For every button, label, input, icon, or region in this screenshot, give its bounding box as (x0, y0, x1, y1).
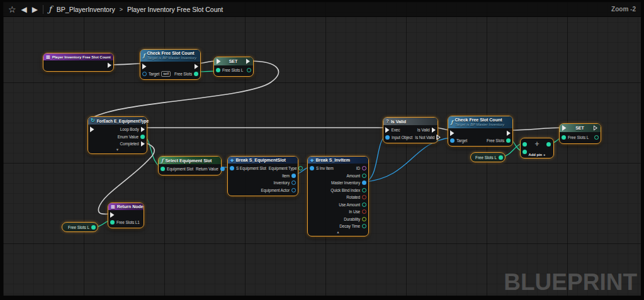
in-use-pin[interactable] (362, 209, 366, 214)
exec-in-pin[interactable] (385, 127, 390, 133)
loop-body-exec-pin[interactable] (141, 126, 145, 132)
add-input-a-pin[interactable] (523, 142, 527, 147)
var-in-pin[interactable] (562, 135, 566, 140)
nav-forward-icon[interactable]: ▶ (32, 6, 38, 13)
breadcrumb-separator-icon: > (120, 6, 123, 13)
break-struct-icon: ◈ (230, 158, 234, 162)
function-icon: ƒ (48, 4, 52, 14)
node-subtitle: Target is BP Master Inventory (147, 56, 196, 60)
free-slots-pin[interactable] (506, 138, 511, 143)
pin-row: Master Inventory (308, 179, 368, 187)
breadcrumb-graph[interactable]: Player Inventory Free Slot Count (127, 6, 223, 13)
durability-pin[interactable] (362, 217, 366, 221)
target-pin[interactable] (142, 72, 147, 76)
var-in-pin[interactable] (216, 68, 220, 72)
var-out-pin[interactable] (499, 155, 503, 160)
pin-row: Inventory (228, 179, 298, 187)
item-pin[interactable] (291, 174, 296, 178)
node-add[interactable]: + Add pin + (520, 138, 554, 158)
target-pin[interactable] (450, 138, 455, 143)
exec-out-pin[interactable] (507, 130, 511, 136)
collapse-arrow-icon[interactable]: ▼ (88, 148, 147, 152)
equipment-slot-pin[interactable] (161, 167, 165, 171)
node-foreach-equipment-type[interactable]: ↻ ForEach E_EquipmentType Loop Body Enum… (88, 116, 147, 154)
exec-in-pin[interactable] (562, 125, 567, 131)
equipment-actor-pin[interactable] (291, 188, 296, 192)
exec-out-pin[interactable] (246, 58, 251, 64)
quick-bind-index-pin[interactable] (362, 188, 366, 192)
node-subtitle: Target is BP Master Inventory (455, 123, 504, 127)
function-icon: ƒ (161, 158, 163, 163)
is-not-valid-exec-pin[interactable] (436, 135, 441, 140)
pin-row: Free Slots L (560, 134, 601, 142)
getter-free-slots-bottom[interactable]: Free Slots L (62, 222, 98, 232)
input-object-pin[interactable] (385, 135, 390, 140)
node-break-equipment-slot[interactable]: ◈ Break S_EquipmentSlot S Equipment Slot… (227, 156, 298, 196)
node-is-valid[interactable]: ? Is Valid Exec Is Valid Input Object Is… (383, 117, 438, 143)
entry-node-icon: ▤ (46, 55, 50, 59)
node-check-free-slot-count-2[interactable]: ƒ Check Free Slot Count Target is BP Mas… (448, 116, 513, 147)
var-out-pin[interactable] (91, 225, 96, 230)
node-check-free-slot-count-1[interactable]: ƒ Check Free Slot Count Target is BP Mas… (140, 49, 201, 80)
exec-in-pin[interactable] (217, 58, 221, 64)
pin-row: S Inv Item ID (308, 165, 368, 172)
add-input-b-pin[interactable] (523, 150, 527, 154)
is-valid-exec-pin[interactable] (432, 127, 436, 133)
favorite-star-icon[interactable]: ☆ (8, 5, 16, 14)
collapse-arrow-icon[interactable]: ▲ (308, 230, 368, 234)
var-out-pin[interactable] (594, 135, 599, 140)
return-node-icon: ▤ (111, 204, 115, 209)
exec-in-pin[interactable] (110, 212, 115, 218)
node-return[interactable]: ▤ Return Node Free Slots L1 (108, 203, 144, 228)
pin-row (448, 130, 512, 137)
pin-row (43, 62, 113, 69)
pin-row: Quick Bind Index (308, 187, 368, 194)
exec-out-pin[interactable] (195, 64, 199, 69)
self-default-value[interactable]: self (161, 71, 171, 77)
amount-pin[interactable] (362, 174, 366, 178)
struct-in-pin[interactable] (310, 166, 314, 170)
zoom-level-indicator: Zoom -2 (611, 6, 636, 13)
enum-value-pin[interactable] (140, 135, 145, 139)
breadcrumb-blueprint[interactable]: BP_PlayerInventory (57, 6, 115, 13)
pin-row: Free Slots L (214, 67, 253, 74)
toolbar-divider (43, 5, 43, 14)
breadcrumb: BP_PlayerInventory > Player Inventory Fr… (57, 6, 223, 13)
free-slots-l1-pin[interactable] (110, 220, 115, 225)
var-out-pin[interactable] (247, 68, 251, 72)
return-value-pin[interactable] (220, 167, 225, 171)
nav-back-icon[interactable]: ◀ (21, 6, 27, 13)
completed-exec-pin[interactable] (141, 141, 145, 147)
struct-in-pin[interactable] (230, 166, 234, 170)
pin-row: Item (228, 172, 298, 180)
add-output-pin[interactable] (546, 142, 551, 147)
exec-in-pin[interactable] (450, 130, 455, 136)
pin-row: S Equipment Slot Equipment Type (228, 165, 298, 172)
exec-out-pin[interactable] (108, 62, 112, 68)
node-title: Check Free Slot Count (147, 51, 196, 56)
exec-out-pin[interactable] (594, 125, 598, 131)
pin-row: Enum Value (88, 133, 147, 141)
node-set-free-slots-2[interactable]: SET Free Slots L (559, 123, 601, 144)
node-function-entry[interactable]: ▤ Player Inventory Free Slot Count (43, 53, 114, 72)
node-title: Break S_InvItem (315, 158, 349, 162)
inventory-pin[interactable] (291, 181, 296, 185)
master-inventory-pin[interactable] (362, 181, 366, 185)
rotated-pin[interactable] (362, 195, 366, 199)
use-amount-pin[interactable] (362, 203, 366, 207)
pin-row: Loop Body (88, 126, 147, 133)
decay-time-pin[interactable] (362, 224, 366, 228)
foreach-loop-icon: ↻ (91, 118, 95, 123)
add-pin-button[interactable]: Add pin + (529, 153, 546, 157)
exec-in-pin[interactable] (90, 126, 94, 132)
node-title: Check Free Slot Count (455, 118, 504, 123)
equipment-type-pin[interactable] (298, 166, 303, 170)
node-break-inv-item[interactable]: ◈ Break S_InvItem S Inv Item ID Amount M… (307, 156, 369, 236)
node-select-equipment-slot[interactable]: ƒ Select Equipment Slot Equipment Slot R… (158, 156, 222, 175)
free-slots-pin[interactable] (194, 72, 198, 76)
exec-in-pin[interactable] (142, 64, 147, 69)
node-set-free-slots-1[interactable]: SET Free Slots L (213, 57, 254, 77)
pin-row: Exec Is Valid (383, 126, 438, 134)
getter-free-slots-right[interactable]: Free Slots L (470, 152, 506, 162)
id-pin[interactable] (362, 166, 366, 170)
